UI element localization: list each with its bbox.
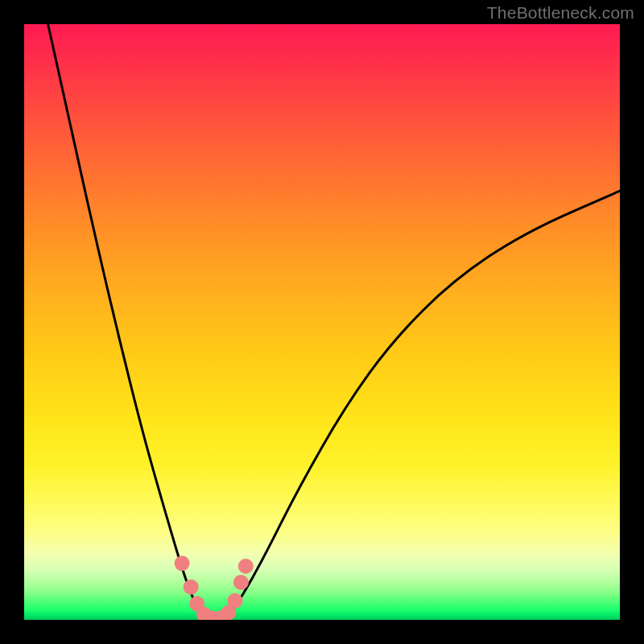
- curve-left-branch: [48, 24, 215, 620]
- optimum-marker: [238, 559, 254, 574]
- optimum-marker: [175, 555, 190, 571]
- plot-area: [24, 24, 620, 620]
- optimum-marker: [233, 575, 249, 590]
- chart-frame: TheBottleneck.com: [0, 0, 644, 644]
- curve-right-branch: [215, 191, 620, 620]
- optimum-marker: [184, 580, 199, 595]
- watermark-text: TheBottleneck.com: [487, 3, 634, 23]
- bottleneck-curve: [48, 24, 620, 620]
- curve-layer: [24, 24, 620, 620]
- optimum-markers: [175, 555, 254, 620]
- optimum-marker: [228, 593, 243, 609]
